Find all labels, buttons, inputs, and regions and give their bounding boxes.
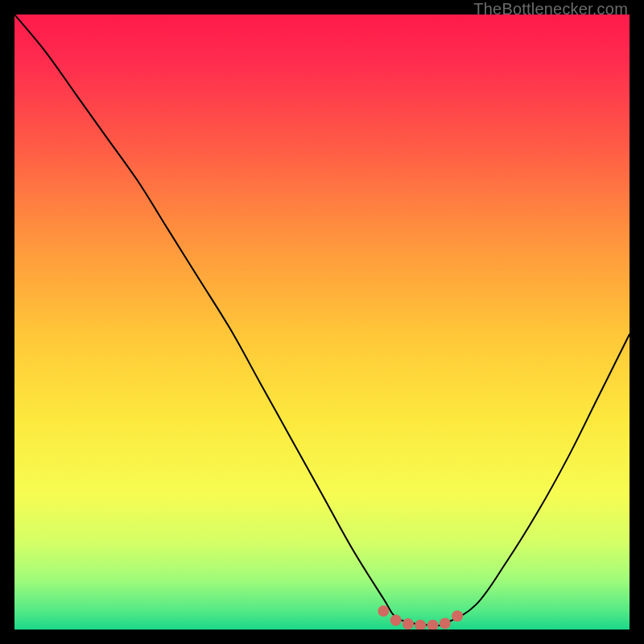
curve-layer (14, 14, 630, 630)
plot-area (14, 14, 630, 630)
watermark-text: TheBottlenecker.com (473, 0, 628, 18)
bottleneck-curve (14, 14, 630, 625)
chart-frame: TheBottlenecker.com (0, 0, 644, 644)
